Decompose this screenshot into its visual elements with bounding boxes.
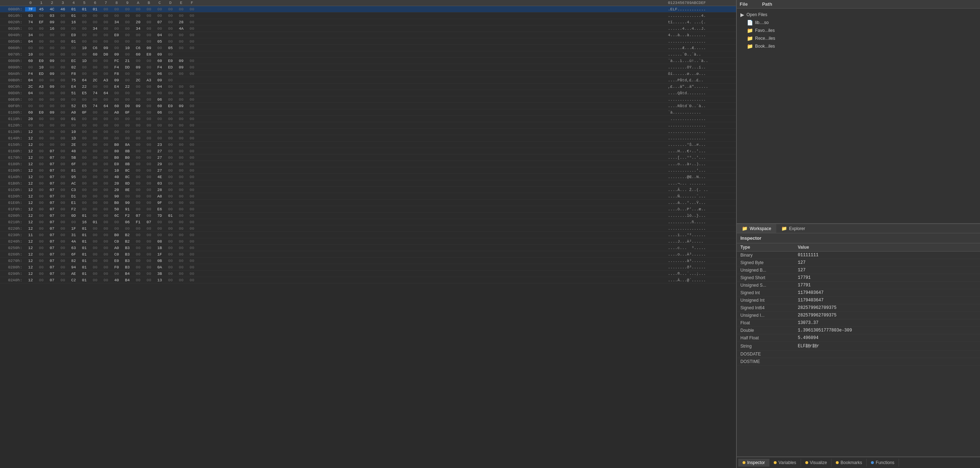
hex-byte[interactable]: 00: [47, 143, 57, 147]
hex-byte[interactable]: 00: [100, 155, 111, 160]
hex-byte[interactable]: E4: [68, 84, 79, 89]
hex-byte[interactable]: 00: [79, 188, 90, 192]
hex-byte[interactable]: 00: [133, 175, 143, 179]
hex-byte[interactable]: 00: [111, 220, 122, 224]
hex-byte[interactable]: 00: [100, 110, 111, 115]
hex-byte[interactable]: 74: [25, 20, 36, 24]
hex-byte[interactable]: 34: [90, 27, 100, 31]
hex-byte[interactable]: 00: [154, 27, 165, 31]
hex-byte[interactable]: 00: [36, 207, 47, 211]
hex-byte[interactable]: 00: [165, 33, 176, 37]
tree-item[interactable]: 📁Rece...iles: [738, 34, 978, 42]
hex-byte[interactable]: 00: [111, 46, 122, 50]
hex-byte[interactable]: 00: [143, 227, 154, 231]
hex-byte[interactable]: 07: [47, 259, 57, 263]
hex-byte[interactable]: 00: [176, 149, 186, 153]
hex-byte[interactable]: 04: [154, 84, 165, 89]
hex-byte[interactable]: 00: [36, 246, 47, 250]
hex-byte[interactable]: ED: [165, 65, 176, 70]
hex-byte[interactable]: 00: [133, 7, 143, 11]
hex-byte[interactable]: 00: [100, 65, 111, 70]
hex-byte[interactable]: 2C: [25, 84, 36, 89]
hex-byte[interactable]: 00: [176, 14, 186, 18]
hex-byte[interactable]: 09: [47, 72, 57, 76]
hex-byte[interactable]: A3: [36, 84, 47, 89]
workspace-tab-workspace[interactable]: 📁Workspace: [737, 224, 776, 233]
hex-byte[interactable]: E0: [68, 33, 79, 37]
hex-byte[interactable]: 00: [111, 130, 122, 134]
hex-byte[interactable]: 00: [57, 117, 68, 121]
hex-byte[interactable]: 00: [90, 84, 100, 89]
hex-byte[interactable]: 00: [79, 123, 90, 128]
hex-byte[interactable]: 00: [154, 14, 165, 18]
hex-byte[interactable]: B0: [111, 201, 122, 205]
hex-byte[interactable]: 00: [176, 123, 186, 128]
hex-byte[interactable]: 00: [36, 201, 47, 205]
hex-byte[interactable]: 0D: [68, 214, 79, 218]
hex-row[interactable]: 01F0h:12000700F200000050910000E6000000..…: [0, 206, 736, 213]
hex-byte[interactable]: 00: [122, 123, 133, 128]
hex-row[interactable]: 00E0h:00000000000000000000000006000000..…: [0, 97, 736, 103]
hex-byte[interactable]: 07: [47, 181, 57, 186]
workspace-tab-explorer[interactable]: 📁Explorer: [776, 224, 810, 233]
hex-byte[interactable]: 00: [154, 130, 165, 134]
hex-byte[interactable]: 03: [154, 181, 165, 186]
hex-byte[interactable]: 00: [176, 84, 186, 89]
hex-byte[interactable]: B2: [122, 240, 133, 244]
hex-byte[interactable]: 00: [47, 97, 57, 102]
hex-byte[interactable]: 00: [165, 220, 176, 224]
hex-byte[interactable]: 01: [90, 7, 100, 11]
hex-byte[interactable]: 00: [57, 91, 68, 95]
hex-row[interactable]: 01A0h:1200070095000000408C00004E000000..…: [0, 174, 736, 180]
hex-byte[interactable]: 00: [36, 233, 47, 237]
hex-byte[interactable]: 00: [79, 194, 90, 198]
hex-byte[interactable]: 00: [186, 7, 197, 11]
inspector-row[interactable]: StringELF翿r翿r: [737, 342, 980, 351]
hex-byte[interactable]: 00: [90, 20, 100, 24]
hex-byte[interactable]: 52: [68, 104, 79, 108]
hex-byte[interactable]: 00: [122, 117, 133, 121]
hex-byte[interactable]: 00: [186, 181, 197, 186]
hex-byte[interactable]: 12: [25, 162, 36, 166]
hex-byte[interactable]: 00: [154, 91, 165, 95]
hex-byte[interactable]: 00: [57, 220, 68, 224]
hex-byte[interactable]: 00: [36, 123, 47, 128]
hex-byte[interactable]: 00: [122, 7, 133, 11]
hex-byte[interactable]: 8A: [122, 143, 133, 147]
hex-byte[interactable]: D0: [100, 52, 111, 57]
hex-byte[interactable]: 06: [154, 97, 165, 102]
hex-row[interactable]: 01D0h:12000700D100000090000000A8000000..…: [0, 193, 736, 200]
hex-byte[interactable]: 00: [176, 168, 186, 173]
hex-byte[interactable]: 00: [154, 46, 165, 50]
hex-byte[interactable]: 00: [90, 252, 100, 257]
hex-byte[interactable]: 00: [36, 214, 47, 218]
hex-byte[interactable]: 09: [47, 20, 57, 24]
hex-byte[interactable]: 00: [186, 136, 197, 140]
hex-byte[interactable]: 00: [111, 27, 122, 31]
hex-byte[interactable]: 00: [122, 91, 133, 95]
hex-byte[interactable]: 16: [47, 27, 57, 31]
hex-byte[interactable]: 00: [36, 27, 47, 31]
hex-byte[interactable]: 00: [68, 46, 79, 50]
hex-byte[interactable]: 01: [79, 214, 90, 218]
hex-byte[interactable]: 00: [186, 40, 197, 44]
hex-byte[interactable]: 27: [154, 149, 165, 153]
hex-row[interactable]: 0070h:10000000000060D0090060E00900......…: [0, 51, 736, 58]
hex-byte[interactable]: 00: [165, 265, 176, 270]
hex-byte[interactable]: B3: [122, 265, 133, 270]
hex-byte[interactable]: B4: [122, 271, 133, 276]
hex-row[interactable]: 0040h:34000000E0000000E0000000040000004.…: [0, 32, 736, 38]
hex-byte[interactable]: F0: [111, 265, 122, 270]
hex-byte[interactable]: 00: [143, 72, 154, 76]
hex-byte[interactable]: 12: [25, 220, 36, 224]
hex-byte[interactable]: 09: [133, 65, 143, 70]
hex-row[interactable]: 0130h:12000000100000000000000000000000..…: [0, 129, 736, 135]
hex-byte[interactable]: 00: [154, 117, 165, 121]
hex-byte[interactable]: 00: [186, 240, 197, 244]
hex-byte[interactable]: 00: [57, 110, 68, 115]
hex-byte[interactable]: 00: [186, 104, 197, 108]
hex-byte[interactable]: 00: [165, 7, 176, 11]
hex-row[interactable]: 0240h:120007004A010000C0B2000008000000..…: [0, 238, 736, 245]
hex-byte[interactable]: 00: [133, 240, 143, 244]
hex-byte[interactable]: 00: [143, 259, 154, 263]
